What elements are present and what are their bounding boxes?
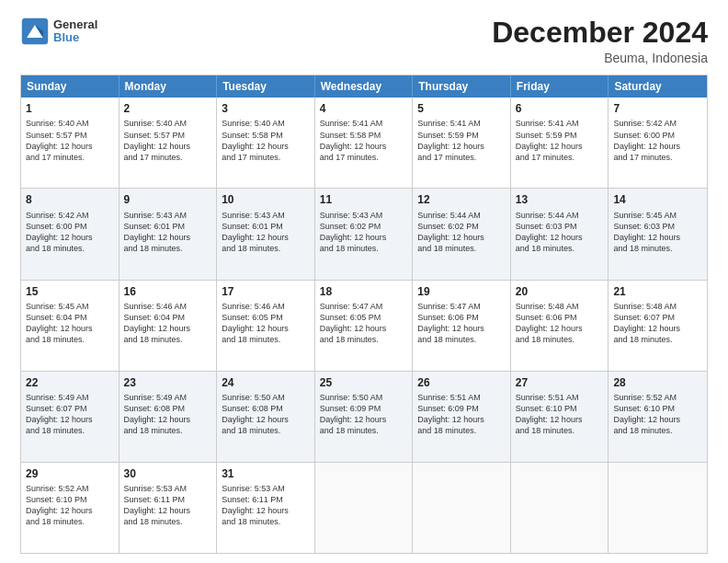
calendar-cell: 22Sunrise: 5:49 AMSunset: 6:07 PMDayligh… [21, 372, 119, 462]
calendar-cell: 29Sunrise: 5:52 AMSunset: 6:10 PMDayligh… [21, 463, 119, 553]
cell-info: Sunrise: 5:43 AMSunset: 6:01 PMDaylight:… [124, 210, 212, 255]
calendar-cell: 8Sunrise: 5:42 AMSunset: 6:00 PMDaylight… [21, 189, 119, 279]
cell-info: Sunrise: 5:47 AMSunset: 6:06 PMDaylight:… [417, 301, 506, 346]
calendar-row: 22Sunrise: 5:49 AMSunset: 6:07 PMDayligh… [21, 371, 707, 462]
calendar-row: 1Sunrise: 5:40 AMSunset: 5:57 PMDaylight… [21, 98, 707, 188]
day-number: 24 [222, 375, 310, 390]
cell-info: Sunrise: 5:46 AMSunset: 6:05 PMDaylight:… [222, 301, 310, 346]
calendar-cell: 30Sunrise: 5:53 AMSunset: 6:11 PMDayligh… [119, 463, 218, 553]
day-number: 20 [516, 284, 604, 299]
cell-info: Sunrise: 5:41 AMSunset: 5:59 PMDaylight:… [516, 118, 604, 163]
day-number: 8 [26, 192, 114, 207]
weekday-header: Tuesday [217, 75, 315, 98]
day-number: 5 [417, 101, 506, 116]
day-number: 7 [613, 101, 702, 116]
weekday-header: Saturday [609, 75, 707, 98]
cell-info: Sunrise: 5:44 AMSunset: 6:03 PMDaylight:… [516, 210, 604, 255]
day-number: 29 [26, 466, 114, 481]
cell-info: Sunrise: 5:43 AMSunset: 6:01 PMDaylight:… [222, 210, 310, 255]
calendar-cell: 13Sunrise: 5:44 AMSunset: 6:03 PMDayligh… [511, 189, 609, 279]
cell-info: Sunrise: 5:41 AMSunset: 5:59 PMDaylight:… [417, 118, 506, 163]
calendar-cell [609, 463, 707, 553]
cell-info: Sunrise: 5:42 AMSunset: 6:00 PMDaylight:… [613, 118, 702, 163]
day-number: 2 [124, 101, 212, 116]
calendar-cell: 17Sunrise: 5:46 AMSunset: 6:05 PMDayligh… [217, 281, 315, 371]
calendar-cell [315, 463, 414, 553]
cell-info: Sunrise: 5:51 AMSunset: 6:10 PMDaylight:… [516, 392, 604, 437]
day-number: 19 [417, 284, 506, 299]
calendar-cell: 24Sunrise: 5:50 AMSunset: 6:08 PMDayligh… [217, 372, 315, 462]
calendar-cell: 2Sunrise: 5:40 AMSunset: 5:57 PMDaylight… [119, 98, 218, 188]
day-number: 22 [26, 375, 114, 390]
day-number: 30 [124, 466, 212, 481]
day-number: 17 [222, 284, 310, 299]
title-block: December 2024 Beuma, Indonesia [492, 17, 708, 65]
day-number: 16 [124, 284, 212, 299]
cell-info: Sunrise: 5:48 AMSunset: 6:06 PMDaylight:… [516, 301, 604, 346]
day-number: 1 [26, 101, 114, 116]
weekday-header: Wednesday [315, 75, 414, 98]
day-number: 15 [26, 284, 114, 299]
calendar-cell [511, 463, 609, 553]
cell-info: Sunrise: 5:40 AMSunset: 5:58 PMDaylight:… [222, 118, 310, 163]
logo-text: General Blue [53, 18, 97, 45]
calendar: SundayMondayTuesdayWednesdayThursdayFrid… [20, 75, 708, 554]
calendar-row: 15Sunrise: 5:45 AMSunset: 6:04 PMDayligh… [21, 280, 707, 371]
calendar-cell: 6Sunrise: 5:41 AMSunset: 5:59 PMDaylight… [511, 98, 609, 188]
cell-info: Sunrise: 5:48 AMSunset: 6:07 PMDaylight:… [613, 301, 702, 346]
calendar-cell: 7Sunrise: 5:42 AMSunset: 6:00 PMDaylight… [609, 98, 707, 188]
day-number: 23 [124, 375, 212, 390]
calendar-cell: 10Sunrise: 5:43 AMSunset: 6:01 PMDayligh… [217, 189, 315, 279]
calendar-cell: 28Sunrise: 5:52 AMSunset: 6:10 PMDayligh… [609, 372, 707, 462]
day-number: 6 [516, 101, 604, 116]
cell-info: Sunrise: 5:45 AMSunset: 6:03 PMDaylight:… [613, 210, 702, 255]
day-number: 25 [320, 375, 408, 390]
calendar-header: SundayMondayTuesdayWednesdayThursdayFrid… [21, 75, 707, 98]
day-number: 26 [417, 375, 506, 390]
weekday-header: Monday [119, 75, 218, 98]
calendar-cell: 5Sunrise: 5:41 AMSunset: 5:59 PMDaylight… [413, 98, 511, 188]
calendar-cell: 16Sunrise: 5:46 AMSunset: 6:04 PMDayligh… [119, 281, 218, 371]
day-number: 27 [516, 375, 604, 390]
day-number: 13 [516, 192, 604, 207]
cell-info: Sunrise: 5:52 AMSunset: 6:10 PMDaylight:… [26, 483, 114, 528]
day-number: 10 [222, 192, 310, 207]
cell-info: Sunrise: 5:50 AMSunset: 6:09 PMDaylight:… [320, 392, 408, 437]
day-number: 14 [613, 192, 702, 207]
logo: General Blue [20, 17, 97, 46]
cell-info: Sunrise: 5:41 AMSunset: 5:58 PMDaylight:… [320, 118, 408, 163]
calendar-cell: 9Sunrise: 5:43 AMSunset: 6:01 PMDaylight… [119, 189, 218, 279]
cell-info: Sunrise: 5:45 AMSunset: 6:04 PMDaylight:… [26, 301, 114, 346]
day-number: 18 [320, 284, 408, 299]
calendar-row: 8Sunrise: 5:42 AMSunset: 6:00 PMDaylight… [21, 188, 707, 279]
cell-info: Sunrise: 5:47 AMSunset: 6:05 PMDaylight:… [320, 301, 408, 346]
calendar-cell: 3Sunrise: 5:40 AMSunset: 5:58 PMDaylight… [217, 98, 315, 188]
logo-icon [20, 17, 50, 46]
calendar-cell: 12Sunrise: 5:44 AMSunset: 6:02 PMDayligh… [413, 189, 511, 279]
calendar-cell: 15Sunrise: 5:45 AMSunset: 6:04 PMDayligh… [21, 281, 119, 371]
cell-info: Sunrise: 5:40 AMSunset: 5:57 PMDaylight:… [124, 118, 212, 163]
weekday-header: Friday [511, 75, 609, 98]
day-number: 11 [320, 192, 408, 207]
cell-info: Sunrise: 5:51 AMSunset: 6:09 PMDaylight:… [417, 392, 506, 437]
calendar-cell: 1Sunrise: 5:40 AMSunset: 5:57 PMDaylight… [21, 98, 119, 188]
day-number: 21 [613, 284, 702, 299]
day-number: 31 [222, 466, 310, 481]
calendar-cell: 21Sunrise: 5:48 AMSunset: 6:07 PMDayligh… [609, 281, 707, 371]
cell-info: Sunrise: 5:46 AMSunset: 6:04 PMDaylight:… [124, 301, 212, 346]
calendar-cell: 18Sunrise: 5:47 AMSunset: 6:05 PMDayligh… [315, 281, 414, 371]
calendar-cell: 19Sunrise: 5:47 AMSunset: 6:06 PMDayligh… [413, 281, 511, 371]
day-number: 9 [124, 192, 212, 207]
calendar-cell: 11Sunrise: 5:43 AMSunset: 6:02 PMDayligh… [315, 189, 414, 279]
calendar-cell: 31Sunrise: 5:53 AMSunset: 6:11 PMDayligh… [217, 463, 315, 553]
calendar-cell: 20Sunrise: 5:48 AMSunset: 6:06 PMDayligh… [511, 281, 609, 371]
cell-info: Sunrise: 5:44 AMSunset: 6:02 PMDaylight:… [417, 210, 506, 255]
calendar-cell [413, 463, 511, 553]
logo-line2: Blue [53, 31, 97, 44]
day-number: 4 [320, 101, 408, 116]
calendar-cell: 4Sunrise: 5:41 AMSunset: 5:58 PMDaylight… [315, 98, 414, 188]
page: General Blue December 2024 Beuma, Indone… [0, 0, 728, 563]
header: General Blue December 2024 Beuma, Indone… [20, 17, 708, 65]
day-number: 12 [417, 192, 506, 207]
month-title: December 2024 [492, 17, 708, 49]
